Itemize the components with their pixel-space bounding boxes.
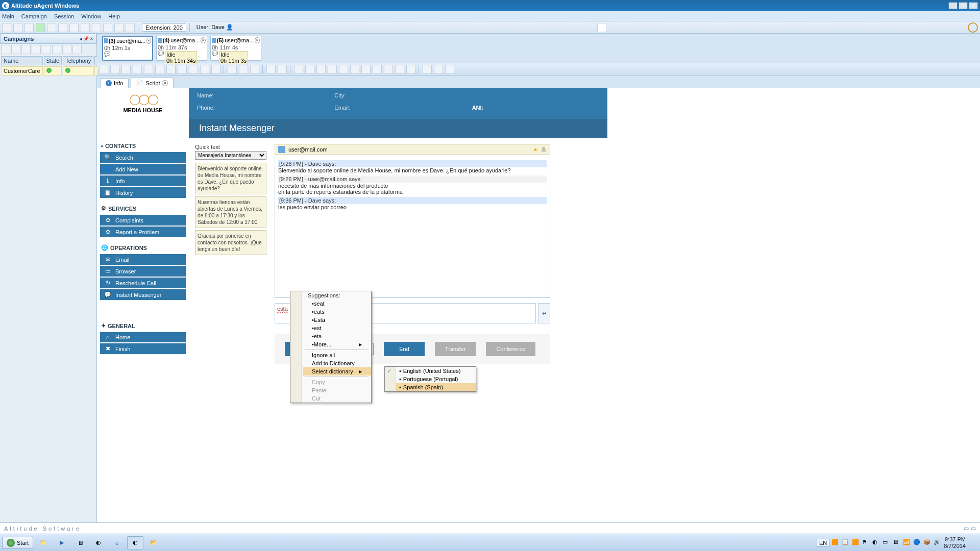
st-icon[interactable]: [200, 65, 209, 74]
show-desktop[interactable]: [970, 536, 975, 550]
end-button[interactable]: End: [384, 342, 425, 356]
cm-more[interactable]: • More...▶: [303, 340, 371, 348]
tb-icon[interactable]: [13, 23, 22, 32]
tray-icon[interactable]: 🖥: [893, 539, 901, 547]
tb-icon[interactable]: [103, 23, 112, 32]
tray-icon[interactable]: 📋: [842, 539, 850, 547]
nav-email[interactable]: ✉Email: [100, 254, 186, 265]
tray-icon[interactable]: 📦: [923, 539, 932, 547]
cm-suggestion[interactable]: • est: [303, 324, 371, 332]
close-session-icon[interactable]: ×: [201, 37, 206, 43]
camp-tb-icon[interactable]: [32, 45, 41, 54]
tb-icon[interactable]: [126, 23, 135, 32]
menu-session[interactable]: Session: [54, 13, 74, 19]
altitude-app-icon[interactable]: ◐: [90, 536, 107, 549]
tb-icon[interactable]: [47, 23, 56, 32]
menu-campaign[interactable]: Campaign: [21, 13, 47, 19]
help-icon[interactable]: [597, 23, 606, 32]
explorer-icon[interactable]: 📁: [35, 536, 52, 549]
col-name[interactable]: Name: [1, 56, 43, 65]
st-icon[interactable]: [155, 65, 164, 74]
powershell-icon[interactable]: ▶: [54, 536, 70, 549]
nav-report-problem[interactable]: ✿Report a Problem: [100, 227, 186, 237]
conference-button[interactable]: Conference: [486, 342, 535, 356]
nav-browser[interactable]: ▭Browser: [100, 266, 186, 277]
maximize-button[interactable]: □: [959, 2, 968, 9]
tb-icon[interactable]: [69, 23, 79, 32]
footer-icon[interactable]: ▭: [971, 525, 976, 532]
altitude-task-icon[interactable]: ◐: [127, 536, 143, 549]
cm-suggestion[interactable]: • eats: [303, 308, 371, 316]
network-icon[interactable]: 📶: [903, 539, 911, 547]
send-button[interactable]: ↵: [538, 303, 550, 323]
minimize-button[interactable]: _: [948, 2, 958, 9]
cm-suggestion[interactable]: • seat: [303, 299, 371, 308]
camp-tb-icon[interactable]: [1, 45, 10, 54]
camp-tb-icon[interactable]: [72, 45, 82, 54]
star-icon[interactable]: ★: [533, 146, 538, 153]
phone-icon[interactable]: [36, 23, 45, 32]
nav-im[interactable]: 💬Instant Messenger: [100, 289, 186, 300]
session-tab-4[interactable]: (4) user@ma...× 0h 11m 37s 💬Idle0h 11m 3…: [156, 36, 207, 61]
transfer-button[interactable]: Transfer: [435, 342, 476, 356]
st-icon[interactable]: [133, 65, 142, 74]
quicktext-item[interactable]: Nuestras tiendas están abiertas de Lunes…: [195, 196, 266, 228]
st-icon[interactable]: [99, 65, 108, 74]
tb-icon[interactable]: [2, 23, 11, 32]
footer-icon[interactable]: ▭: [964, 525, 969, 532]
cm-ignore-all[interactable]: Ignore all: [303, 351, 371, 359]
nav-info[interactable]: ℹInfo: [100, 176, 186, 186]
tray-icon[interactable]: 🟧: [852, 539, 860, 547]
st-icon[interactable]: [361, 65, 371, 74]
tb-icon[interactable]: [81, 23, 90, 32]
pin-icon[interactable]: ◂ 📌 ×: [80, 36, 93, 41]
st-icon[interactable]: [211, 65, 220, 74]
camp-tb-icon[interactable]: [52, 45, 61, 54]
st-icon[interactable]: [384, 65, 393, 74]
dict-es[interactable]: • Spanish (Spain): [385, 383, 476, 391]
st-icon[interactable]: [395, 65, 404, 74]
st-icon[interactable]: [250, 65, 259, 74]
nav-search[interactable]: 🔍Search: [100, 152, 186, 163]
menu-window[interactable]: Window: [81, 13, 101, 19]
nav-reschedule[interactable]: ↻Reschedule Call: [100, 278, 186, 288]
st-icon[interactable]: [434, 65, 443, 74]
camp-tb-icon[interactable]: [11, 45, 20, 54]
camp-tb-icon[interactable]: [21, 45, 31, 54]
st-icon[interactable]: [110, 65, 119, 74]
chat-transcript[interactable]: [9:26 PM] - Dave says: Bienvenido al sop…: [275, 155, 550, 298]
tab-script[interactable]: 📄Script×: [131, 78, 174, 88]
st-icon[interactable]: [406, 65, 415, 74]
cm-select-dict[interactable]: Select dictionary▶ ✓• English (United St…: [303, 367, 371, 375]
cm-suggestion[interactable]: • Esta: [303, 316, 371, 324]
nav-history[interactable]: 📋History: [100, 187, 186, 198]
flag-icon[interactable]: ⚑: [862, 539, 870, 547]
server-icon[interactable]: 🖥: [72, 536, 88, 549]
quicktext-item[interactable]: Gracias por ponerse en contacto con noso…: [195, 230, 266, 255]
camp-tb-icon[interactable]: [42, 45, 51, 54]
session-tab-3[interactable]: (3) user@ma...× 0h 12m 1s 💬: [102, 36, 153, 61]
dict-pt[interactable]: • Portuguese (Portugal): [385, 375, 476, 383]
cm-add-dict[interactable]: Add to Dictionary: [303, 359, 371, 367]
tb-icon[interactable]: [92, 23, 101, 32]
st-icon[interactable]: [189, 65, 198, 74]
st-icon[interactable]: [350, 65, 359, 74]
session-tab-5[interactable]: (5) user@ma...× 0h 11m 4s 💬Idle0h 11m 3s: [210, 36, 261, 61]
st-icon[interactable]: [278, 65, 287, 74]
col-telephony[interactable]: Telephony: [63, 56, 93, 65]
tb-icon[interactable]: [58, 23, 67, 32]
st-icon[interactable]: [294, 65, 303, 74]
ie-icon[interactable]: e: [109, 536, 125, 549]
cm-suggestion[interactable]: • eta: [303, 332, 371, 340]
nav-finish[interactable]: ✖Finish: [100, 343, 186, 354]
print-icon[interactable]: 🖶: [541, 146, 547, 153]
st-icon[interactable]: [178, 65, 187, 74]
lang-indicator[interactable]: EN: [817, 539, 829, 547]
tray-icon[interactable]: ◐: [872, 539, 880, 547]
tray-icon[interactable]: 🔵: [913, 539, 921, 547]
st-icon[interactable]: [121, 65, 131, 74]
tray-icon[interactable]: ▭: [883, 539, 891, 547]
clock[interactable]: 9:37 PM8/7/2014: [944, 536, 966, 548]
st-icon[interactable]: [239, 65, 248, 74]
st-icon[interactable]: [166, 65, 176, 74]
